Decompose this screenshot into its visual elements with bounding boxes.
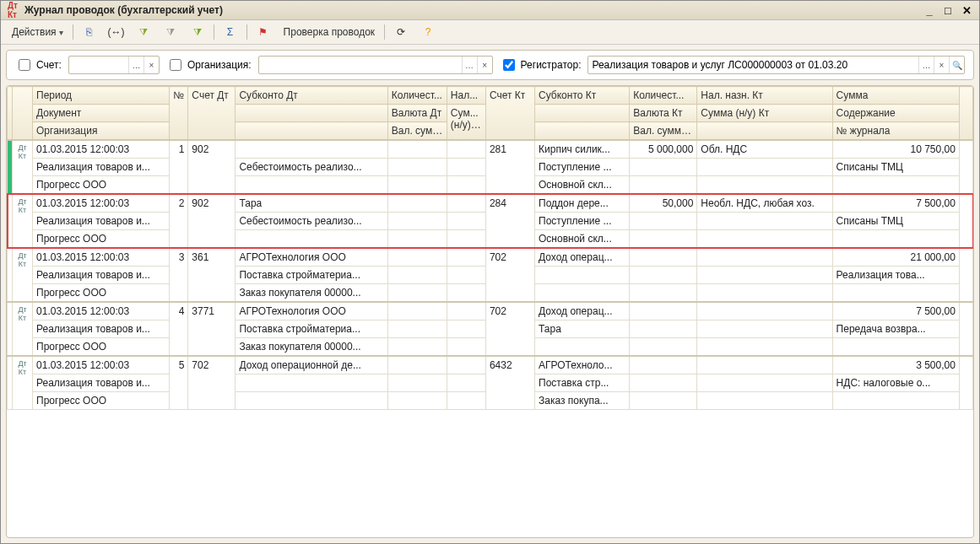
sum-icon[interactable]: Σ [218,23,243,41]
col-acc-dt[interactable]: Счет Дт [188,87,236,141]
cell-nal-kt2 [697,392,832,410]
actions-menu[interactable]: Действия [6,23,69,41]
col-sum[interactable]: Сумма [832,87,959,105]
table-row[interactable]: ДтКт01.03.2015 12:00:0343771АГРОТехнолог… [8,302,973,356]
cell-sum: 10 750,00 [832,140,959,159]
reg-filter-input[interactable] [588,57,918,73]
table-row[interactable]: ДтКт01.03.2015 12:00:033361АГРОТехнологи… [8,248,973,302]
col-journal[interactable]: № журнала [832,122,959,141]
cell-content: Списаны ТМЦ [832,213,959,230]
dtkt-icon: ДтКт [13,194,33,248]
filter-off-icon[interactable]: ⧩ [158,23,183,41]
minimize-button[interactable]: _ [922,3,937,17]
filter-by-value-icon[interactable]: ⧩ [131,23,156,41]
cell-content: НДС: налоговые о... [832,374,959,392]
col-sub-dt2[interactable] [236,105,387,122]
cell-qty-dt [387,302,447,320]
reg-search-icon[interactable]: 🔍 [949,57,964,73]
close-button[interactable]: ✕ [959,3,974,17]
help-icon[interactable]: ? [415,23,441,41]
scroll-gutter [959,302,972,356]
cell-qty-kt [630,356,697,374]
org-select-icon[interactable]: … [462,57,477,73]
cell-journal [832,338,959,357]
col-content[interactable]: Содержание [832,105,959,122]
cell-journal [832,392,959,410]
account-filter-input[interactable] [69,57,128,73]
check-entries-link[interactable]: Проверка проводок [278,23,382,41]
cell-sumnu-kt [697,267,832,284]
scroll-gutter [959,140,972,194]
account-clear-icon[interactable]: × [143,57,159,73]
col-nal-kt[interactable]: Нал. назн. Кт [697,87,832,105]
account-select-icon[interactable]: … [128,57,143,73]
flag-icon[interactable]: ⚑ [251,23,276,41]
col-document[interactable]: Документ [33,105,170,122]
cell-sub-dt: АГРОТехнология ООО [236,248,387,267]
cell-qty-dt [387,140,447,159]
col-sub-kt3[interactable] [535,122,630,141]
cell-sub-kt: Поддон дере... [535,194,630,213]
table-row[interactable]: ДтКт01.03.2015 12:00:031902281Кирпич сил… [8,140,973,194]
cell-acc-dt: 3771 [188,302,236,356]
org-filter-checkbox[interactable] [170,59,181,71]
cell-org: Прогресс ООО [33,284,170,303]
col-valsum-dt[interactable]: Вал. сумма Дт [387,122,447,141]
cell-valsum-dt [387,176,447,195]
cell-nal-kt2 [697,230,832,249]
cell-n: 2 [170,194,188,248]
cell-sub-dt3 [236,392,387,410]
col-nal-kt2[interactable] [697,122,832,141]
account-filter-checkbox[interactable] [19,59,30,71]
goto-icon[interactable]: (↔) [104,23,129,41]
col-val-dt[interactable]: Валюта Дт [387,105,447,122]
window-title: Журнал проводок (бухгалтерский учет) [24,4,922,16]
col-qty-kt[interactable]: Количест... [630,87,697,105]
cell-org: Прогресс ООО [33,392,170,410]
cell-val-kt [630,159,697,176]
cell-sub-kt: Доход операц... [535,248,630,267]
cell-acc-kt: 702 [485,248,534,302]
reg-select-icon[interactable]: … [918,57,934,73]
col-n[interactable]: № [170,87,188,141]
cell-acc-dt: 361 [188,248,236,302]
table-row[interactable]: ДтКт01.03.2015 12:00:035702Доход операци… [8,356,973,410]
col-qty-dt[interactable]: Количест... [387,87,447,105]
cell-sumnu-dt [447,374,485,392]
cell-qty-dt [387,194,447,213]
cell-sumnu-dt [447,159,485,176]
col-sumnu-kt[interactable]: Сумма (н/у) Кт [697,105,832,122]
col-val-kt[interactable]: Валюта Кт [630,105,697,122]
toolbar: Действия ⎘ (↔) ⧩ ⧩ ⧩ Σ ⚑ Проверка провод… [1,20,979,45]
cell-nal-kt [697,248,832,267]
col-sumnu-dt[interactable]: Сум...(н/у) Дт [447,105,485,141]
col-acc-kt[interactable]: Счет Кт [485,87,534,141]
cell-valsum-kt [630,230,697,249]
app-icon: ДтКт [6,3,19,17]
cell-acc-kt: 6432 [485,356,534,410]
org-filter-input[interactable] [259,57,462,73]
table-row[interactable]: ДтКт01.03.2015 12:00:032902Тара284Поддон… [8,194,973,248]
reg-filter-checkbox[interactable] [503,59,515,71]
col-period[interactable]: Период [33,87,170,105]
col-nal-dt[interactable]: Нал... [447,87,485,105]
cell-qty-kt: 50,000 [630,194,697,213]
col-sub-dt3[interactable] [236,122,387,141]
org-clear-icon[interactable]: × [477,57,492,73]
reg-clear-icon[interactable]: × [934,57,949,73]
cell-content: Реализация това... [832,267,959,284]
filter-settings-icon[interactable]: ⧩ [185,23,210,41]
refresh-list-icon[interactable]: ⎘ [77,23,102,41]
org-filter-label: Организация: [187,59,252,71]
entries-grid[interactable]: Период № Счет Дт Субконто Дт Количест...… [7,86,973,410]
titlebar: ДтКт Журнал проводок (бухгалтерский учет… [1,1,979,20]
maximize-button[interactable]: □ [940,3,956,17]
reload-icon[interactable]: ⟳ [388,23,414,41]
col-sub-kt[interactable]: Субконто Кт [535,87,630,105]
col-sub-dt[interactable]: Субконто Дт [236,87,387,105]
col-org[interactable]: Организация [33,122,170,141]
col-valsum-kt[interactable]: Вал. сумма Кт [630,122,697,141]
dtkt-icon: ДтКт [13,140,33,194]
cell-valsum-kt [630,338,697,357]
col-sub-kt2[interactable] [535,105,630,122]
